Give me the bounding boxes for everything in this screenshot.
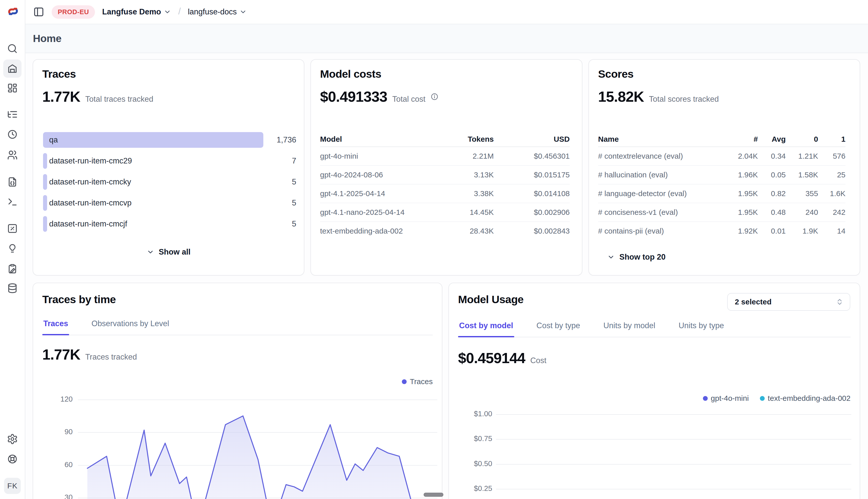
model-usage-chart: $1.00$0.75$0.50$0.25 — [458, 410, 851, 499]
chart-legend: Traces — [402, 377, 433, 386]
chevron-down-icon — [607, 253, 615, 261]
breadcrumb-separator: / — [178, 6, 181, 17]
card-title: Model Usage — [458, 293, 524, 306]
chevrons-up-down-icon — [835, 298, 844, 306]
environment-badge: PROD-EU — [52, 5, 95, 19]
page-title: Home — [33, 33, 61, 45]
card-title: Scores — [598, 68, 633, 80]
traces-tracked-label: Traces tracked — [85, 353, 137, 362]
tab-units-by-model[interactable]: Units by model — [602, 321, 656, 337]
legend-label: text-embedding-ada-002 — [768, 394, 851, 403]
bar-row[interactable]: dataset-run-item-cmcjf 5 — [43, 216, 296, 232]
table-header: Name # Avg 0 1 — [598, 132, 845, 146]
table-row: # contains-pii (eval) 1.92K 0.01 1.9K 14 — [598, 221, 845, 240]
traces-total-label: Total traces tracked — [85, 95, 153, 104]
sidebar-item-datasets[interactable] — [3, 260, 22, 278]
user-avatar[interactable]: FK — [4, 478, 21, 494]
scores-table: Name # Avg 0 1 # contextrelevance (eval)… — [598, 132, 852, 240]
bar — [43, 132, 263, 148]
card-title: Model costs — [320, 68, 381, 80]
area-chart-svg — [42, 394, 437, 499]
bar — [43, 174, 47, 190]
sidebar-item-dashboards[interactable] — [3, 79, 22, 97]
table-header: Model Tokens USD — [320, 132, 570, 146]
table-row: # conciseness-v1 (eval) 1.95K 0.48 240 2… — [598, 203, 845, 221]
database-icon — [7, 283, 18, 294]
scores-card: Scores 15.82K Total scores tracked Name … — [588, 59, 860, 276]
list-tree-icon — [7, 109, 18, 120]
table-row: # hallucination (eval) 1.96K 0.05 1.58K … — [598, 165, 845, 184]
legend-dot — [760, 396, 765, 401]
sidebar-item-support[interactable] — [3, 450, 22, 468]
table-row: gpt-4o-mini 2.21M $0.456301 — [320, 146, 570, 165]
chevron-down-icon — [146, 248, 154, 256]
page-header: Home — [25, 24, 868, 53]
traces-tracked: 1.77K — [42, 346, 80, 363]
sidebar-item-tracing[interactable] — [3, 105, 22, 123]
square-percent-icon — [7, 223, 18, 234]
sidebar-item-home[interactable] — [3, 60, 22, 78]
scores-total-label: Total scores tracked — [649, 95, 719, 104]
y-axis-tick-label: $0.25 — [458, 484, 492, 493]
sidebar-item-settings[interactable] — [3, 430, 22, 448]
sidebar-item-search[interactable] — [3, 39, 22, 58]
y-axis-tick-label: $0.50 — [458, 460, 492, 468]
legend-label: gpt-4o-mini — [711, 394, 749, 403]
clock-icon — [7, 129, 18, 140]
tab-traces[interactable]: Traces — [42, 319, 69, 335]
usage-cost: $0.459144 — [458, 350, 525, 366]
info-icon[interactable] — [430, 93, 439, 101]
sidebar-item-database[interactable] — [3, 279, 22, 297]
bar-row[interactable]: dataset-run-item-cmc29 7 — [43, 153, 296, 169]
traces-total: 1.77K — [42, 88, 80, 105]
show-all-button[interactable]: Show all — [146, 247, 191, 257]
top-bar: PROD-EU Langfuse Demo / langfuse-docs — [25, 0, 868, 24]
table-row: gpt-4.1-2025-04-14 3.38K $0.014108 — [320, 184, 570, 203]
model-select-dropdown[interactable]: 2 selected — [727, 293, 850, 311]
gear-icon — [7, 434, 18, 445]
bar-label: dataset-run-item-cmcvp — [49, 198, 132, 207]
sidebar-item-playground[interactable] — [3, 193, 22, 211]
tab-observations-by-level[interactable]: Observations by Level — [91, 319, 170, 335]
bar-value: 7 — [292, 156, 296, 166]
sidebar-item-evaluation[interactable] — [3, 219, 22, 238]
legend-label: Traces — [410, 377, 433, 386]
chart-gridline — [496, 489, 851, 489]
sidebar-item-sessions[interactable] — [3, 125, 22, 144]
bar-value: 5 — [292, 198, 296, 207]
life-buoy-icon — [7, 453, 18, 465]
scores-total: 15.82K — [598, 88, 644, 105]
horizontal-scrollbar-thumb[interactable] — [424, 493, 443, 497]
sidebar-item-annotations[interactable] — [3, 239, 22, 258]
traces-by-time-card: Traces by time Traces Observations by Le… — [33, 283, 442, 499]
bar-row[interactable]: dataset-run-item-cmcky 5 — [43, 174, 296, 190]
home-icon — [7, 63, 18, 74]
traces-area-chart: 120906030 — [42, 394, 437, 499]
table-row: gpt-4.1-nano-2025-04-14 14.45K $0.002906 — [320, 203, 570, 221]
table-row: # contextrelevance (eval) 2.04K 0.34 1.2… — [598, 146, 845, 165]
project-switcher[interactable]: langfuse-docs — [188, 7, 247, 16]
tab-cost-by-model[interactable]: Cost by model — [458, 321, 514, 337]
sidebar-item-prompts[interactable] — [3, 173, 22, 191]
tab-cost-by-type[interactable]: Cost by type — [536, 321, 581, 337]
bar — [43, 216, 47, 232]
sidebar-item-users[interactable] — [3, 146, 22, 164]
org-switcher[interactable]: Langfuse Demo — [102, 7, 171, 16]
bar-value: 5 — [292, 219, 296, 229]
chevron-down-icon — [164, 8, 171, 16]
sidebar: FK — [0, 0, 25, 499]
bar-row[interactable]: dataset-run-item-cmcvp 5 — [43, 195, 296, 211]
card-title: Traces by time — [42, 293, 116, 306]
traces-by-time-tabs: Traces Observations by Level — [42, 319, 433, 335]
users-icon — [7, 149, 18, 160]
sidebar-toggle-button[interactable] — [33, 6, 45, 18]
chart-gridline — [496, 439, 851, 439]
bar-label: dataset-run-item-cmcjf — [49, 219, 127, 229]
card-title: Traces — [42, 68, 76, 80]
show-top-20-button[interactable]: Show top 20 — [607, 253, 666, 261]
bar-row[interactable]: qa 1,736 — [43, 132, 296, 148]
bar-value: 1,736 — [276, 135, 296, 145]
tab-units-by-type[interactable]: Units by type — [678, 321, 725, 337]
panel-left-icon — [33, 6, 45, 18]
bar-label: qa — [49, 135, 58, 145]
